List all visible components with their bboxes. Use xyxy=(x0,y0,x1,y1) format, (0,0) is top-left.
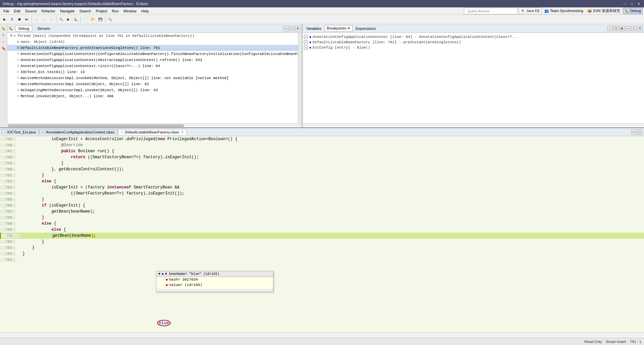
rp-minimize[interactable]: — xyxy=(625,26,631,31)
tab-close-defaultlistable[interactable]: ✕ xyxy=(181,130,184,134)
rp-btn1[interactable]: ↕ xyxy=(607,26,612,31)
bp-text-1: AnnotationConfigApplicationContext [line… xyxy=(313,35,519,39)
rp-btn3[interactable]: ⊞ xyxy=(619,26,625,31)
bp-check-1[interactable]: ✓ xyxy=(304,35,308,39)
bp-item-2[interactable]: ✓ ◆ DefaultListableBeanFactory [line: 76… xyxy=(304,40,643,45)
perspective-svn[interactable]: 📦 SVN 资源库研究 xyxy=(586,8,622,14)
sidebar-debug-icon[interactable]: 🐛 xyxy=(1,25,7,32)
stack-frame-owns[interactable]: ● owns: Object (id=43) xyxy=(7,39,298,45)
lc-750: }, getAccessControlContext()); xyxy=(20,167,644,172)
close-button[interactable]: ✕ xyxy=(636,1,641,6)
tooltip-scrollbar[interactable] xyxy=(156,289,273,292)
bp-item-3[interactable]: ✓ ◆ ExtConfig [entry] - blue() xyxy=(304,45,643,50)
toolbar-btn-4[interactable]: ⏭ xyxy=(23,16,30,23)
tab-ioctest[interactable]: J IOCTest_Ext.java xyxy=(1,129,39,135)
ln-750: 750 xyxy=(0,167,15,171)
bp-check-2[interactable]: ✓ xyxy=(304,40,308,44)
perspective-debug[interactable]: 🐛 Debug xyxy=(623,8,643,14)
line-759: 759 else { xyxy=(0,221,644,227)
toolbar-debug[interactable]: 🐛 xyxy=(72,16,79,23)
sidebar-tasks-icon[interactable]: ✓ xyxy=(1,39,7,45)
expressions-tab[interactable]: Expressions xyxy=(353,25,378,32)
stack-frame-7[interactable]: ≡ DelegatingMethodAccessorImpl.invoke(Ob… xyxy=(7,87,298,93)
menu-search[interactable]: Search xyxy=(77,8,93,14)
bottom-editor: J IOCTest_Ext.java C AnnotationConfigApp… xyxy=(0,128,644,336)
menu-window[interactable]: Window xyxy=(121,8,139,14)
toolbar-save[interactable]: 💾 xyxy=(97,16,104,23)
menu-run[interactable]: Run xyxy=(110,8,121,14)
rp-close[interactable]: ✕ xyxy=(637,26,643,31)
ln-758: 758 xyxy=(0,216,15,220)
toolbar-btn-3[interactable]: ⏹ xyxy=(16,16,23,23)
bp-item-1[interactable]: ✓ ◆ AnnotationConfigApplicationContext [… xyxy=(304,34,643,40)
tab-annotation[interactable]: C AnnotationConfigApplicationContext.cla… xyxy=(39,129,117,135)
stack-frame-1[interactable]: ≡ AnnotationConfigApplicationContext(Con… xyxy=(7,51,298,57)
tab-defaultlistable[interactable]: C DefaultListableBeanFactory.class ✕ xyxy=(118,129,187,135)
menu-project[interactable]: Project xyxy=(94,8,109,14)
lc-752: else { xyxy=(20,179,644,184)
toolbar-run[interactable]: ▶ xyxy=(65,16,72,23)
step-into[interactable]: ↓ xyxy=(33,16,40,23)
toolbar-build[interactable]: 🔨 xyxy=(58,16,64,23)
editor-tab-controls: — □ xyxy=(631,129,643,135)
stack-frame-3[interactable]: ≡ AnnotationConfigApplicationContext.<in… xyxy=(7,63,298,69)
thread-label: Thread [main] (Suspended (breakpoint at … xyxy=(17,34,194,38)
bp-check-3[interactable]: ✓ xyxy=(304,46,308,50)
menu-source[interactable]: Source xyxy=(23,8,39,14)
menu-refactor[interactable]: Refactor xyxy=(40,8,58,14)
minimize-button[interactable]: ─ xyxy=(623,1,628,6)
stack-frame-6[interactable]: ≡ NativeMethodAccessorImpl.invoke(Object… xyxy=(7,81,298,87)
line-762: 762 } xyxy=(0,239,644,245)
tooltip-expand-icon[interactable]: ▼ xyxy=(158,272,160,276)
servers-tab[interactable]: Servers xyxy=(34,25,53,32)
toolbar-new[interactable]: 📄 xyxy=(82,16,89,23)
menu-help[interactable]: Help xyxy=(139,8,151,14)
debug-panel-maximize[interactable]: □ xyxy=(289,26,294,31)
menu-file[interactable]: File xyxy=(1,8,11,14)
variables-tab[interactable]: Variables xyxy=(304,25,324,32)
line-751: 751 } xyxy=(0,172,644,178)
thread-item[interactable]: ▼ ⚙ Thread [main] (Suspended (breakpoint… xyxy=(7,33,298,39)
step-over[interactable]: → xyxy=(41,16,47,23)
step-return[interactable]: ↑ xyxy=(48,16,55,23)
rp-maximize[interactable]: □ xyxy=(631,26,637,31)
left-sidebar: 🐛 ≡ ✓ 🔖 xyxy=(0,24,7,127)
toolbar-open[interactable]: 📂 xyxy=(90,16,96,23)
breakpoints-tab[interactable]: Breakpoints ✕ xyxy=(324,25,353,32)
bp-text-3: ExtConfig [entry] - blue() xyxy=(313,46,370,50)
toolbar-btn-1[interactable]: ▶ xyxy=(1,16,8,23)
debug-panel-close[interactable]: ✕ xyxy=(295,26,301,31)
stack-frame-selected-text: DefaultListableBeanFactory.preInstantiat… xyxy=(20,46,160,50)
quick-access-input[interactable]: Quick Access xyxy=(464,8,518,14)
stack-frame-4[interactable]: ≡ IOCTest_Ext.test01() line: 13 xyxy=(7,69,298,75)
maximize-button[interactable]: □ xyxy=(629,1,635,6)
stack-frame-5[interactable]: ≡ NativeMethodAccessorImpl.invoke0(Metho… xyxy=(7,75,298,81)
stack-frame-5-text: NativeMethodAccessorImpl.invoke0(Method,… xyxy=(20,76,229,80)
code-editor[interactable]: 745 isEagerInit = AccessController.doPri… xyxy=(0,136,644,332)
toolbar-separator-4 xyxy=(105,16,105,22)
stack-frame-8[interactable]: ≡ Method.invoke(Object, Object...) line:… xyxy=(7,93,298,99)
sidebar-bookmark-icon[interactable]: 🔖 xyxy=(1,46,7,52)
bp-icon-1: ◆ xyxy=(309,35,311,39)
rp-scrollbar-h[interactable] xyxy=(303,123,644,127)
toolbar-btn-2[interactable]: ⏸ xyxy=(9,16,15,23)
debug-scrollbar-v[interactable] xyxy=(298,33,302,123)
debug-tab[interactable]: Debug xyxy=(15,25,32,32)
stack-frame-selected[interactable]: ≡ DefaultListableBeanFactory.preInstanti… xyxy=(7,45,298,51)
menu-edit[interactable]: Edit xyxy=(12,8,22,14)
debug-panel-minimize[interactable]: — xyxy=(283,26,288,31)
menu-navigate[interactable]: Navigate xyxy=(58,8,76,14)
tooltip-value-text: value= (id=169) xyxy=(169,283,202,287)
toolbar-search[interactable]: 🔍 xyxy=(107,16,113,23)
editor-scrollbar-h[interactable] xyxy=(0,332,644,336)
editor-minimize[interactable]: — xyxy=(631,129,637,135)
perspective-team[interactable]: 👥 Team Synchronizing xyxy=(543,8,585,14)
lc-748: return ((SmartFactoryBean<?>) factory).i… xyxy=(20,155,644,160)
lc-754: ((SmartFactoryBean<?>) factory).isEagerI… xyxy=(20,191,644,196)
editor-maximize[interactable]: □ xyxy=(637,129,643,135)
stack-frame-2[interactable]: ≡ AnnotationConfigApplicationContext(Abs… xyxy=(7,57,298,63)
perspective-java-ee[interactable]: ☕ Java EE xyxy=(519,8,542,14)
debug-scrollbar-h[interactable] xyxy=(7,123,302,127)
sidebar-console-icon[interactable]: ≡ xyxy=(1,32,7,38)
rp-btn2[interactable]: ☐ xyxy=(613,26,619,31)
